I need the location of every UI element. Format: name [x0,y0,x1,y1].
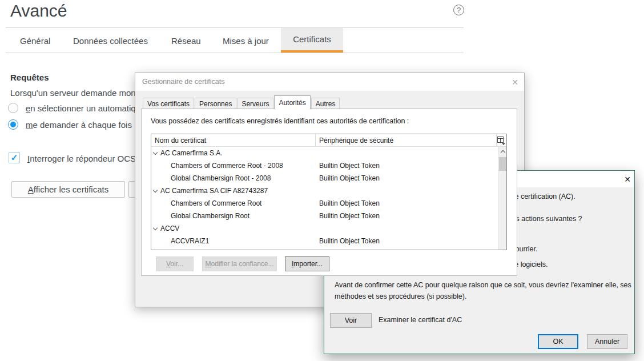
scroll-up-icon[interactable] [498,147,507,156]
certificates-table: Nom du certificat Périphérique de sécuri… [151,134,507,250]
table-row[interactable]: Global Chambersign RootBuiltin Object To… [151,210,498,222]
tab-personnes[interactable]: Personnes [195,98,236,109]
radio-selected-dot [10,122,16,127]
checkmark-icon: ✓ [11,153,18,163]
table-row[interactable]: Chambers of Commerce RootBuiltin Object … [151,197,498,210]
chevron-down-icon[interactable] [153,226,158,230]
cancel-button[interactable]: Annuler [587,334,627,349]
warning-text-line2: méthodes et ses procédures (si possible)… [335,292,466,300]
table-row[interactable]: AC Camerfirma SA CIF A82743287 [151,184,498,197]
tab-autorites-active[interactable]: Autorités [274,95,310,109]
chevron-down-icon[interactable] [153,150,158,155]
table-row[interactable]: AC Camerfirma S.A. [151,147,498,159]
divider [6,27,464,28]
requests-heading: Requêtes [10,73,49,82]
warning-text-line1: Avant de confirmer cette AC pour quelque… [335,281,631,289]
show-certificates-button[interactable]: Afficher les certificats [11,181,125,198]
close-icon[interactable]: ✕ [620,173,635,186]
table-row[interactable]: ACCV [151,222,498,235]
column-header-name[interactable]: Nom du certificat [155,137,206,145]
radio-select-automatically-label[interactable]: en sélectionner un automatiq [26,103,136,113]
close-icon[interactable]: ✕ [507,76,523,89]
certificate-manager-titlebar[interactable]: Gestionnaire de certificats ✕ [135,73,524,91]
ocsp-checkbox[interactable]: ✓ [9,152,20,163]
column-header-device[interactable]: Périphérique de sécurité [319,137,393,145]
authorities-tab-panel: Vous possédez des certificats enregistré… [141,109,517,276]
table-row[interactable]: Chambers of Commerce Root - 2008Builtin … [151,159,498,172]
table-row[interactable]: ACCVRAIZ1Builtin Object Token [151,235,498,247]
radio-ask-every-time-label[interactable]: me demander à chaque fois [26,120,132,130]
help-icon[interactable]: ? [453,5,464,15]
certificate-manager-tabs: Vos certificats Personnes Serveurs Autor… [143,97,340,109]
radio-ask-every-time[interactable] [8,119,18,130]
certificate-manager-title: Gestionnaire de certificats [142,78,225,86]
edit-trust-button: Modifier la confiance... [202,256,277,271]
ocsp-checkbox-label[interactable]: Interroger le répondeur OCS [27,154,136,163]
view-ca-certificate-button[interactable]: Voir [330,313,372,328]
view-ca-certificate-caption: Examiner le certificat d'AC [379,316,462,324]
tab-certificats-active[interactable]: Certificats [281,28,343,53]
page-title: Avancé [10,1,67,21]
ok-button[interactable]: OK [538,334,578,349]
tab-general[interactable]: Général [20,36,50,46]
table-row[interactable]: Global Chambersign Root - 2008Builtin Ob… [151,172,498,184]
view-certificate-button: Voir... [156,256,194,271]
chevron-down-icon[interactable] [153,188,158,192]
tab-vos-certificats[interactable]: Vos certificats [143,98,194,109]
scrollbar-thumb[interactable] [499,157,507,171]
tab-autres[interactable]: Autres [311,98,340,109]
tab-serveurs[interactable]: Serveurs [237,98,273,109]
import-button[interactable]: Importer... [285,256,329,271]
table-header: Nom du certificat Périphérique de sécuri… [151,134,506,147]
tab-mises-a-jour[interactable]: Mises à jour [223,36,269,46]
divider [6,53,464,53]
requests-intro-text: Lorsqu'un serveur demande mon [10,88,136,98]
tab-donnees-collectees[interactable]: Données collectées [73,36,148,46]
radio-select-automatically[interactable] [8,103,18,113]
column-picker-icon[interactable] [497,136,506,145]
tab-reseau[interactable]: Réseau [171,36,201,46]
column-divider[interactable] [315,134,316,147]
table-scrollbar[interactable] [498,147,507,250]
authorities-description: Vous possédez des certificats enregistré… [151,117,409,125]
certificate-manager-dialog: Gestionnaire de certificats ✕ Vos certif… [135,73,525,307]
